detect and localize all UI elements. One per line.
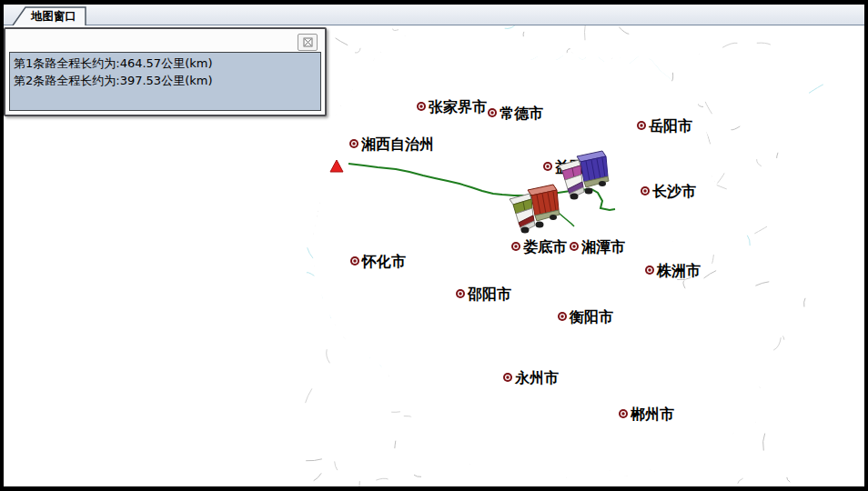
- app-window: 地图窗口: [0, 0, 868, 491]
- city-label: 湘西自治州: [360, 135, 434, 153]
- tab-map-window[interactable]: 地图窗口: [11, 6, 87, 25]
- city-label: 岳阳市: [649, 117, 692, 135]
- city-label: 邵阳市: [467, 286, 511, 303]
- city-label: 娄底市: [523, 238, 567, 256]
- city-label: 郴州市: [630, 406, 674, 423]
- city-label: 湘潭市: [580, 238, 625, 256]
- city-marker-icon: [560, 315, 563, 317]
- route-2-length-text: 第2条路全程长约为:397.53公里(km): [14, 73, 317, 90]
- city-label: 永州市: [514, 369, 559, 386]
- city-marker-icon: [621, 412, 624, 415]
- city-marker-icon: [643, 189, 646, 192]
- city-label: 怀化市: [360, 253, 406, 270]
- city-marker-icon: [640, 124, 642, 126]
- city-label: 株洲市: [656, 262, 701, 279]
- city-marker-icon: [352, 142, 355, 145]
- city-marker-icon: [546, 165, 549, 167]
- route-info-box: 第1条路全程长约为:464.57公里(km) 第2条路全程长约为:397.53公…: [9, 52, 321, 111]
- city-marker-icon: [353, 259, 356, 262]
- city-label: 常德市: [500, 105, 543, 122]
- city-marker-3[interactable]: 湘西自治州: [349, 135, 434, 153]
- city-label: 张家界市: [428, 98, 487, 115]
- route-1-length-text: 第1条路全程长约为:464.57公里(km): [14, 55, 317, 73]
- route-info-panel: 第1条路全程长约为:464.57公里(km) 第2条路全程长约为:397.53公…: [4, 27, 327, 116]
- close-icon[interactable]: [298, 34, 318, 51]
- city-marker-icon: [572, 245, 575, 247]
- city-label: 衡阳市: [569, 308, 613, 326]
- city-marker-icon: [459, 292, 461, 295]
- city-marker-icon: [514, 245, 517, 247]
- map-area[interactable]: 张家界市常德市岳阳市湘西自治州益阳市长沙市娄底市湘潭市怀化市株洲市邵阳市衡阳市永…: [4, 25, 864, 486]
- city-marker-icon: [648, 268, 651, 271]
- city-marker-icon: [506, 376, 509, 378]
- city-label: 长沙市: [652, 183, 696, 200]
- tab-label: 地图窗口: [31, 9, 76, 25]
- city-marker-icon: [419, 105, 422, 107]
- tab-bar: 地图窗口: [4, 5, 864, 25]
- city-marker-icon: [490, 111, 493, 114]
